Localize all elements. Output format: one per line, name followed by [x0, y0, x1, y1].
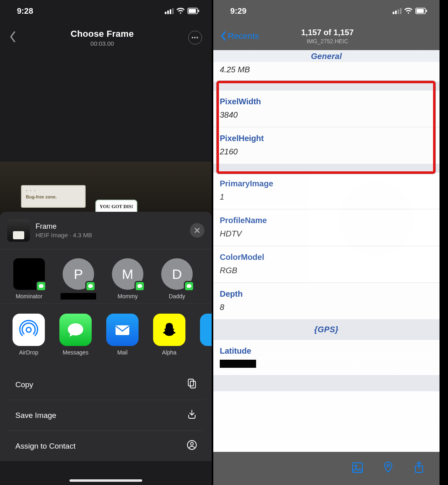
cell-signal-icon [393, 8, 402, 14]
status-time: 9:28 [17, 6, 33, 16]
photo-icon[interactable] [351, 461, 364, 476]
row-pixelwidth: PixelWidth 3840 [213, 91, 440, 127]
snapchat-icon [153, 314, 185, 346]
svg-rect-1 [189, 9, 196, 13]
section-gps: {GPS} [213, 319, 440, 340]
share-contacts-row: Mominator P M Mommy D Daddy [0, 249, 212, 304]
messages-badge-icon [36, 281, 46, 291]
svg-rect-6 [190, 381, 196, 388]
row-profilename: ProfileName HDTV [213, 209, 440, 246]
back-button[interactable]: Recents [221, 31, 259, 41]
row-primaryimage: PrimaryImage 1 [213, 173, 440, 209]
share-apps-row: AirDrop Messages Mail Alpha [0, 304, 212, 361]
location-icon[interactable] [382, 461, 394, 476]
back-button[interactable] [10, 31, 16, 44]
status-time: 9:29 [230, 6, 246, 16]
messages-icon [59, 314, 92, 346]
metadata-list[interactable]: General 4.25 MB PixelWidth 3840 PixelHei… [213, 50, 440, 452]
page-subtitle: 00:03.00 [71, 40, 134, 47]
share-contact[interactable]: P [61, 258, 96, 299]
share-app-messages[interactable]: Messages [58, 314, 93, 356]
row-depth: Depth 8 [213, 283, 440, 319]
action-copy[interactable]: Copy [6, 369, 205, 400]
share-actions: Copy Save Image Assign to Contact [6, 369, 205, 461]
latitude-redacted [220, 360, 256, 368]
svg-rect-12 [353, 463, 362, 472]
svg-rect-5 [188, 379, 194, 386]
filesize-value: 4.25 MB [213, 62, 440, 82]
share-contact[interactable]: Mominator [11, 258, 47, 299]
battery-icon [187, 8, 200, 14]
home-indicator[interactable] [69, 479, 142, 482]
section-gap [213, 375, 440, 391]
section-gap [213, 164, 440, 173]
page-title: Choose Frame [71, 29, 134, 39]
svg-point-14 [387, 464, 390, 467]
photo-counter: 1,157 of 1,157 [301, 28, 353, 37]
share-file-title: Frame [36, 222, 92, 231]
share-contact[interactable]: M Mommy [110, 258, 145, 299]
bottom-toolbar [213, 452, 440, 485]
contact-name-redacted [61, 293, 96, 299]
more-button[interactable]: ••• [188, 31, 202, 44]
battery-icon [415, 8, 427, 14]
share-app-snapchat[interactable]: Alpha [152, 314, 187, 356]
row-colormodel: ColorModel RGB [213, 246, 440, 283]
filename-label: IMG_2752.HEIC [301, 38, 353, 44]
share-file-subtitle: HEIF Image · 4.3 MB [36, 232, 92, 238]
action-save-image[interactable]: Save Image [6, 400, 205, 430]
messages-badge-icon [85, 281, 96, 291]
share-thumbnail [7, 219, 30, 242]
left-screenshot: 9:28 Choose Frame 00:03.00 ••• • • • Bug… [0, 0, 212, 485]
action-assign-contact[interactable]: Assign to Contact [6, 430, 205, 461]
right-screenshot: 9:29 Recents 1,157 of 1,157 IMG_2752.HEI… [213, 0, 440, 485]
copy-icon [187, 378, 197, 391]
airdrop-icon [13, 314, 45, 346]
messages-badge-icon [135, 281, 145, 291]
section-gap [213, 82, 440, 91]
row-pixelheight: PixelHeight 2160 [213, 127, 440, 164]
download-icon [187, 409, 197, 422]
status-bar: 9:29 [213, 0, 440, 22]
avatar-icon [13, 258, 45, 290]
svg-rect-11 [426, 10, 427, 12]
svg-point-8 [191, 443, 194, 445]
avatar-icon: D [161, 258, 193, 290]
share-app-mail[interactable]: Mail [105, 314, 140, 356]
share-icon[interactable] [413, 461, 425, 476]
svg-point-13 [355, 465, 357, 467]
contact-icon [187, 440, 197, 452]
avatar-icon: P [63, 258, 94, 290]
status-bar: 9:28 [0, 0, 212, 22]
svg-rect-2 [198, 10, 200, 12]
sticker-you-got-dis: YOU GOT DIS! [95, 200, 137, 213]
row-latitude: Latitude [213, 340, 440, 375]
svg-point-3 [26, 327, 31, 332]
share-app-twitter[interactable]: T [199, 314, 212, 356]
video-preview-top [0, 53, 212, 162]
nav-header: Recents 1,157 of 1,157 IMG_2752.HEIC [213, 22, 440, 50]
section-general: General [213, 50, 440, 62]
cell-signal-icon [165, 8, 174, 14]
svg-rect-10 [416, 9, 424, 13]
messages-badge-icon [184, 281, 194, 291]
wifi-icon [176, 7, 185, 15]
video-preview[interactable]: • • • Bug-free zone. YOU GOT DIS! [0, 162, 212, 214]
wifi-icon [404, 7, 413, 15]
sticker-bug-free: • • • Bug-free zone. [21, 185, 86, 208]
close-button[interactable] [190, 223, 204, 238]
mail-icon [106, 314, 139, 346]
share-app-airdrop[interactable]: AirDrop [11, 314, 46, 356]
nav-header: Choose Frame 00:03.00 ••• [0, 22, 212, 53]
share-contact[interactable]: D Daddy [159, 258, 195, 299]
share-header: Frame HEIF Image · 4.3 MB [0, 212, 212, 249]
share-sheet: Frame HEIF Image · 4.3 MB Mominator P [0, 212, 212, 461]
avatar-icon: M [112, 258, 143, 290]
twitter-icon [200, 314, 212, 346]
back-label: Recents [228, 31, 259, 41]
